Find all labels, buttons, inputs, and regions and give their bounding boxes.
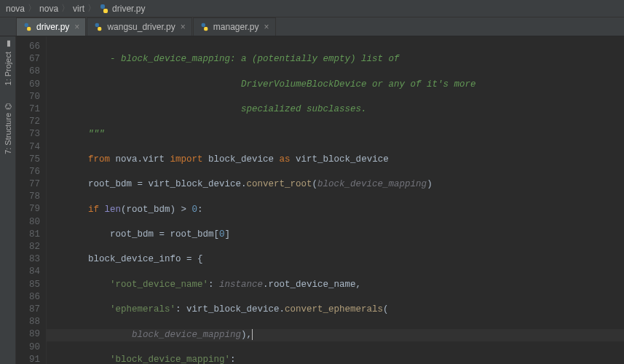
- tool-window-structure[interactable]: 7: Structure ⌬: [3, 103, 12, 154]
- tool-window-bar-left: 1: Project ▮ 7: Structure ⌬: [0, 36, 16, 364]
- svg-rect-2: [25, 23, 28, 27]
- close-icon[interactable]: ×: [181, 22, 186, 32]
- breadcrumb-file[interactable]: driver.py: [99, 4, 145, 14]
- breadcrumb-item[interactable]: virt: [73, 4, 84, 14]
- tab-label: driver.py: [36, 22, 69, 32]
- line-number-gutter: 6667686970717273747576777879808182838485…: [16, 36, 47, 364]
- tab-wangsu-driver[interactable]: wangsu_driver.py ×: [87, 17, 191, 36]
- close-icon[interactable]: ×: [264, 22, 269, 32]
- breadcrumb: nova 〉 nova 〉 virt 〉 driver.py: [0, 0, 624, 17]
- python-file-icon: [200, 22, 210, 32]
- chevron-right-icon: 〉: [28, 2, 36, 15]
- svg-rect-6: [201, 23, 205, 27]
- tab-label: wangsu_driver.py: [107, 22, 175, 32]
- text-cursor: [252, 329, 253, 340]
- breadcrumb-item[interactable]: nova: [6, 4, 25, 14]
- svg-rect-7: [204, 27, 208, 31]
- chevron-right-icon: 〉: [87, 2, 96, 15]
- python-file-icon: [23, 22, 33, 32]
- tool-window-project[interactable]: 1: Project ▮: [3, 39, 12, 85]
- svg-rect-1: [103, 9, 108, 13]
- chevron-right-icon: 〉: [61, 2, 70, 15]
- tab-driver[interactable]: driver.py ×: [16, 17, 86, 36]
- breadcrumb-item[interactable]: nova: [39, 4, 58, 14]
- svg-rect-4: [95, 23, 99, 27]
- tab-label: manager.py: [213, 22, 259, 32]
- folder-icon: ▮: [3, 39, 12, 49]
- svg-rect-3: [27, 27, 31, 31]
- structure-icon: ⌬: [3, 103, 12, 110]
- svg-rect-0: [100, 4, 105, 9]
- close-icon[interactable]: ×: [74, 22, 79, 32]
- code-editor[interactable]: 6667686970717273747576777879808182838485…: [16, 36, 624, 364]
- svg-rect-5: [98, 27, 102, 31]
- python-file-icon: [93, 22, 103, 32]
- breadcrumb-file-label: driver.py: [112, 4, 145, 14]
- tab-manager[interactable]: manager.py ×: [193, 17, 276, 36]
- python-file-icon: [99, 4, 109, 14]
- code-area[interactable]: - block_device_mapping: a (potentially e…: [47, 36, 624, 364]
- editor-tabs: driver.py × wangsu_driver.py × manager.p…: [0, 17, 624, 36]
